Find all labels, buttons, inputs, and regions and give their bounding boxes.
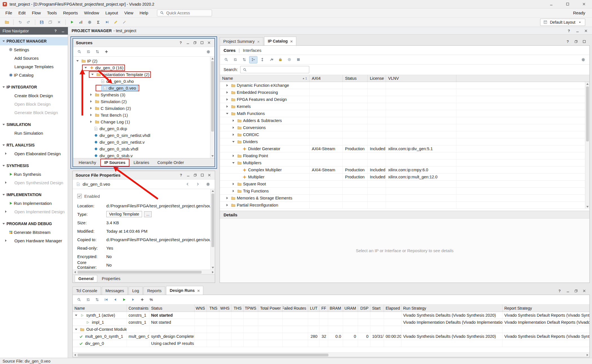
details-button[interactable] [294, 56, 302, 63]
flownav-section-ip-integrator[interactable]: IP INTEGRATOR [0, 83, 68, 91]
search-button[interactable] [75, 296, 83, 303]
chevron-right-icon[interactable] [231, 118, 236, 123]
catalog-row-memories-storage-elements[interactable]: Memories & Storage Elements [220, 195, 585, 202]
flownav-section-implementation[interactable]: IMPLEMENTATION [0, 190, 68, 199]
chevron-down-icon[interactable] [1, 39, 6, 43]
minimize-button[interactable] [543, 0, 559, 8]
sources-scrollbar[interactable] [210, 57, 215, 158]
minimize-button[interactable] [185, 172, 191, 178]
expand-all-button[interactable] [93, 48, 101, 56]
edit-button[interactable] [112, 19, 120, 26]
collapse-all-button[interactable] [84, 296, 92, 303]
chevron-down-icon[interactable] [1, 122, 6, 127]
play-button[interactable] [120, 296, 128, 303]
flownav-item-open-elaborated-design[interactable]: Open Elaborated Design [0, 149, 68, 158]
chevron-right-icon[interactable] [225, 90, 229, 95]
scroll-left-icon[interactable] [73, 270, 77, 274]
catalog-row-dynamic-function-exchange[interactable]: Dynamic Function eXchange [220, 82, 585, 89]
scroll-up-icon[interactable] [211, 189, 215, 193]
catalog-settings-button[interactable] [579, 56, 587, 63]
sources-tree-item-div-gen-0-sim-netlist-v[interactable]: div_gen_0_sim_netlist.v [73, 139, 210, 145]
chevron-down-icon[interactable] [75, 59, 80, 63]
catalog-row-multiplier[interactable]: MultiplierProductionIncludedxilinx.com:i… [220, 174, 585, 181]
runs-column-name[interactable]: Name [73, 305, 127, 312]
hierarchy-button[interactable] [249, 56, 257, 63]
menu-view[interactable]: View [121, 9, 136, 17]
runs-column-ff[interactable]: FF [319, 305, 328, 312]
runs-column-failed-routes[interactable]: Failed Routes [283, 305, 308, 312]
delete-button[interactable] [55, 19, 63, 26]
catalog-row-math-functions[interactable]: Math Functions [220, 110, 585, 117]
enabled-checkbox[interactable] [77, 194, 82, 198]
close-button[interactable] [206, 40, 212, 46]
column-header-name[interactable]: Name1 [220, 75, 310, 82]
help-button[interactable]: ? [178, 172, 184, 178]
runs-column-dsp[interactable]: DSP [358, 305, 370, 312]
scroll-down-icon[interactable] [585, 205, 589, 209]
flownav-item-create-block-design[interactable]: Create Block Design [0, 91, 68, 100]
wrench-button[interactable] [267, 56, 275, 63]
chevron-right-icon[interactable] [4, 180, 8, 185]
console-tab-reports[interactable]: Reports [143, 287, 165, 295]
flownav-section-project-manager[interactable]: PROJECT MANAGER [0, 37, 68, 45]
maximize-button[interactable] [199, 40, 205, 46]
catalog-row-multipliers[interactable]: Multipliers [220, 159, 585, 167]
properties-tab-general[interactable]: General [75, 275, 97, 282]
sources-tree-item-div-gen-0-veo[interactable]: div_gen_0.veo [73, 85, 210, 91]
flownav-item-run-implementation[interactable]: Run Implementation [0, 199, 68, 207]
run-row-synth-1-active[interactable]: synth_1 (active)constrs_1Not startedViva… [73, 312, 589, 319]
chevron-down-icon[interactable] [83, 65, 88, 70]
close-tab-icon[interactable]: × [290, 39, 293, 43]
tab-interfaces[interactable]: Interfaces [243, 48, 261, 53]
expand-all-button[interactable] [93, 296, 101, 303]
scroll-right-icon[interactable] [211, 270, 215, 274]
runs-column-run-strategy[interactable]: Run Strategy [401, 305, 503, 312]
search-button[interactable] [222, 56, 230, 63]
workspace-tab-project-summary[interactable]: Project Summary× [220, 37, 263, 46]
properties-scrollbar[interactable] [210, 189, 215, 270]
float-button[interactable] [573, 288, 579, 294]
quick-access-input[interactable] [166, 11, 204, 15]
menu-window[interactable]: Window [81, 9, 102, 17]
sources-tree-item-simulation[interactable]: Simulation(2) [73, 98, 210, 105]
flownav-item-ip-catalog[interactable]: IP Catalog [0, 71, 68, 79]
scroll-down-icon[interactable] [211, 266, 215, 270]
sources-tree-item-c-simulation[interactable]: C Simulation(2) [73, 105, 210, 112]
close-button[interactable] [576, 0, 592, 8]
chevron-right-icon[interactable] [4, 238, 8, 243]
catalog-scrollbar[interactable] [585, 82, 589, 209]
chevron-right-icon[interactable] [231, 132, 236, 137]
sources-tree-item-div-gen-0-stub-vhdl[interactable]: div_gen_0_stub.vhdl [73, 145, 210, 152]
sources-tab-hierarchy[interactable]: Hierarchy [75, 159, 100, 166]
flownav-item-open-implemented-design[interactable]: Open Implemented Design [0, 207, 68, 216]
runs-column-tns[interactable]: TNS [207, 305, 219, 312]
runs-column-tpws[interactable]: TPWS [244, 305, 258, 312]
sources-tree-item-div-gen-0[interactable]: div_gen_0(16) [73, 64, 210, 71]
add-button[interactable] [138, 296, 146, 303]
browse-button[interactable]: ... [144, 211, 152, 217]
flownav-item-settings[interactable]: Settings [0, 45, 68, 54]
menu-reports[interactable]: Reports [60, 9, 81, 17]
runs-column-ths[interactable]: THS [231, 305, 244, 312]
runs-column-report-strategy[interactable]: Report Strategy [503, 305, 590, 312]
sources-settings-button[interactable] [204, 48, 212, 56]
step-first-button[interactable] [102, 296, 110, 303]
flownav-item-run-simulation[interactable]: Run Simulation [0, 129, 68, 137]
help-icon[interactable]: ? [566, 28, 571, 33]
runs-column-uram[interactable]: URAM [343, 305, 358, 312]
flownav-section-rtl-analysis[interactable]: RTL ANALYSIS [0, 141, 68, 149]
sources-tree-item-ip[interactable]: IP(2) [73, 57, 210, 64]
flownav-item-language-templates[interactable]: Language Templates [0, 62, 68, 71]
catalog-row-conversions[interactable]: Conversions [220, 124, 585, 131]
chevron-down-icon[interactable] [74, 313, 78, 318]
close-tab-icon[interactable]: × [257, 39, 260, 44]
save-button[interactable] [37, 19, 46, 26]
run-row-mult-gen-0-synth-1[interactable]: mult_gen_0_synth_1mult_gen_0synth_design… [73, 333, 589, 340]
float-button[interactable] [192, 40, 198, 46]
properties-settings-button[interactable] [204, 181, 212, 188]
chevron-right-icon[interactable] [231, 182, 236, 186]
help-icon[interactable]: ? [53, 29, 58, 33]
copy-button[interactable] [46, 19, 54, 26]
maximize-button[interactable] [559, 0, 576, 8]
chevron-right-icon[interactable] [225, 104, 229, 109]
